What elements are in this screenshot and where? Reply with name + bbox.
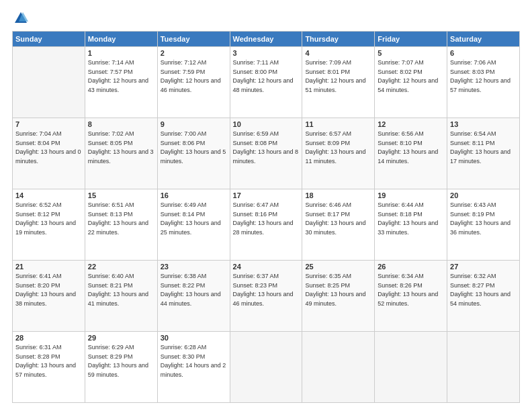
calendar-cell: 29Sunrise: 6:29 AMSunset: 8:29 PMDayligh… <box>85 332 157 403</box>
day-info: Sunrise: 6:31 AMSunset: 8:28 PMDaylight:… <box>15 343 82 379</box>
header <box>12 11 520 26</box>
day-info: Sunrise: 6:46 AMSunset: 8:17 PMDaylight:… <box>305 201 371 237</box>
day-info: Sunrise: 6:40 AMSunset: 8:21 PMDaylight:… <box>88 272 154 308</box>
day-info: Sunrise: 7:12 AMSunset: 7:59 PMDaylight:… <box>161 58 227 95</box>
day-info: Sunrise: 6:54 AMSunset: 8:11 PMDaylight:… <box>450 130 517 166</box>
calendar-cell: 27Sunrise: 6:32 AMSunset: 8:27 PMDayligh… <box>447 261 520 332</box>
day-number: 10 <box>233 120 300 128</box>
calendar-day-header: Thursday <box>302 32 375 47</box>
day-info: Sunrise: 6:32 AMSunset: 8:27 PMDaylight:… <box>450 272 517 308</box>
calendar-cell: 6Sunrise: 7:06 AMSunset: 8:03 PMDaylight… <box>447 47 520 118</box>
day-info: Sunrise: 6:38 AMSunset: 8:22 PMDaylight:… <box>161 272 227 308</box>
day-number: 25 <box>305 263 371 271</box>
day-number: 24 <box>233 263 300 271</box>
day-info: Sunrise: 6:57 AMSunset: 8:09 PMDaylight:… <box>305 130 371 166</box>
calendar-cell <box>13 47 85 118</box>
calendar-cell: 18Sunrise: 6:46 AMSunset: 8:17 PMDayligh… <box>302 189 375 261</box>
day-info: Sunrise: 6:29 AMSunset: 8:29 PMDaylight:… <box>88 343 154 379</box>
calendar-cell: 16Sunrise: 6:49 AMSunset: 8:14 PMDayligh… <box>157 189 230 261</box>
day-info: Sunrise: 6:35 AMSunset: 8:25 PMDaylight:… <box>305 272 371 308</box>
day-number: 15 <box>88 191 154 199</box>
calendar-cell: 2Sunrise: 7:12 AMSunset: 7:59 PMDaylight… <box>157 47 230 118</box>
day-number: 22 <box>88 263 154 271</box>
calendar-cell: 19Sunrise: 6:44 AMSunset: 8:18 PMDayligh… <box>375 189 447 261</box>
day-info: Sunrise: 6:51 AMSunset: 8:13 PMDaylight:… <box>88 201 154 237</box>
calendar-cell: 20Sunrise: 6:43 AMSunset: 8:19 PMDayligh… <box>447 189 520 261</box>
calendar-cell: 3Sunrise: 7:11 AMSunset: 8:00 PMDaylight… <box>230 47 302 118</box>
calendar-cell: 14Sunrise: 6:52 AMSunset: 8:12 PMDayligh… <box>13 189 85 261</box>
day-info: Sunrise: 7:06 AMSunset: 8:03 PMDaylight:… <box>450 58 517 95</box>
calendar-cell: 25Sunrise: 6:35 AMSunset: 8:25 PMDayligh… <box>302 261 375 332</box>
calendar-day-header: Monday <box>85 32 157 47</box>
day-number: 26 <box>378 263 444 271</box>
day-number: 19 <box>378 191 444 199</box>
day-number: 3 <box>233 49 300 57</box>
day-info: Sunrise: 6:44 AMSunset: 8:18 PMDaylight:… <box>378 201 444 237</box>
day-number: 18 <box>305 191 371 199</box>
day-number: 21 <box>15 263 82 271</box>
calendar-day-header: Wednesday <box>230 32 302 47</box>
calendar-day-header: Friday <box>375 32 447 47</box>
day-info: Sunrise: 6:49 AMSunset: 8:14 PMDaylight:… <box>161 201 227 237</box>
day-info: Sunrise: 6:56 AMSunset: 8:10 PMDaylight:… <box>378 130 444 166</box>
day-number: 30 <box>161 334 227 342</box>
page: SundayMondayTuesdayWednesdayThursdayFrid… <box>0 0 532 411</box>
day-number: 13 <box>450 120 517 128</box>
calendar-cell: 28Sunrise: 6:31 AMSunset: 8:28 PMDayligh… <box>13 332 85 403</box>
calendar-cell: 22Sunrise: 6:40 AMSunset: 8:21 PMDayligh… <box>85 261 157 332</box>
day-number: 29 <box>88 334 154 342</box>
day-info: Sunrise: 7:09 AMSunset: 8:01 PMDaylight:… <box>305 58 371 95</box>
day-info: Sunrise: 6:52 AMSunset: 8:12 PMDaylight:… <box>15 201 82 237</box>
day-info: Sunrise: 6:47 AMSunset: 8:16 PMDaylight:… <box>233 201 300 237</box>
calendar-cell: 8Sunrise: 7:02 AMSunset: 8:05 PMDaylight… <box>85 118 157 189</box>
day-info: Sunrise: 6:41 AMSunset: 8:20 PMDaylight:… <box>15 272 82 308</box>
calendar-cell: 30Sunrise: 6:28 AMSunset: 8:30 PMDayligh… <box>157 332 230 403</box>
day-number: 14 <box>15 191 82 199</box>
day-number: 12 <box>378 120 444 128</box>
calendar-cell: 5Sunrise: 7:07 AMSunset: 8:02 PMDaylight… <box>375 47 447 118</box>
day-info: Sunrise: 6:34 AMSunset: 8:26 PMDaylight:… <box>378 272 444 308</box>
calendar-cell: 12Sunrise: 6:56 AMSunset: 8:10 PMDayligh… <box>375 118 447 189</box>
calendar-cell: 23Sunrise: 6:38 AMSunset: 8:22 PMDayligh… <box>157 261 230 332</box>
calendar-cell: 13Sunrise: 6:54 AMSunset: 8:11 PMDayligh… <box>447 118 520 189</box>
calendar-cell <box>447 332 520 403</box>
day-number: 16 <box>161 191 227 199</box>
calendar-cell: 1Sunrise: 7:14 AMSunset: 7:57 PMDaylight… <box>85 47 157 118</box>
day-number: 23 <box>161 263 227 271</box>
day-info: Sunrise: 7:11 AMSunset: 8:00 PMDaylight:… <box>233 58 300 95</box>
day-number: 28 <box>15 334 82 342</box>
calendar-cell <box>375 332 447 403</box>
day-number: 6 <box>450 49 517 57</box>
calendar-day-header: Saturday <box>447 32 520 47</box>
calendar-day-header: Tuesday <box>157 32 230 47</box>
calendar-day-header: Sunday <box>13 32 85 47</box>
calendar-cell: 4Sunrise: 7:09 AMSunset: 8:01 PMDaylight… <box>302 47 375 118</box>
day-number: 4 <box>305 49 371 57</box>
day-number: 1 <box>88 49 154 57</box>
day-number: 9 <box>161 120 227 128</box>
day-info: Sunrise: 7:14 AMSunset: 7:57 PMDaylight:… <box>88 58 154 95</box>
logo <box>12 11 28 26</box>
day-number: 7 <box>15 120 82 128</box>
day-number: 20 <box>450 191 517 199</box>
day-info: Sunrise: 7:02 AMSunset: 8:05 PMDaylight:… <box>88 130 154 166</box>
day-number: 2 <box>161 49 227 57</box>
day-info: Sunrise: 6:59 AMSunset: 8:08 PMDaylight:… <box>233 130 300 166</box>
calendar-week-row: 7Sunrise: 7:04 AMSunset: 8:04 PMDaylight… <box>13 118 520 189</box>
calendar-week-row: 14Sunrise: 6:52 AMSunset: 8:12 PMDayligh… <box>13 189 520 261</box>
calendar-week-row: 1Sunrise: 7:14 AMSunset: 7:57 PMDaylight… <box>13 47 520 118</box>
calendar-week-row: 21Sunrise: 6:41 AMSunset: 8:20 PMDayligh… <box>13 261 520 332</box>
day-info: Sunrise: 6:28 AMSunset: 8:30 PMDaylight:… <box>161 343 227 379</box>
calendar-cell: 9Sunrise: 7:00 AMSunset: 8:06 PMDaylight… <box>157 118 230 189</box>
day-number: 8 <box>88 120 154 128</box>
calendar-table: SundayMondayTuesdayWednesdayThursdayFrid… <box>12 31 520 403</box>
calendar-cell <box>230 332 302 403</box>
day-info: Sunrise: 6:43 AMSunset: 8:19 PMDaylight:… <box>450 201 517 237</box>
calendar-cell: 11Sunrise: 6:57 AMSunset: 8:09 PMDayligh… <box>302 118 375 189</box>
calendar-cell: 21Sunrise: 6:41 AMSunset: 8:20 PMDayligh… <box>13 261 85 332</box>
calendar-header-row: SundayMondayTuesdayWednesdayThursdayFrid… <box>13 32 520 47</box>
calendar-cell: 26Sunrise: 6:34 AMSunset: 8:26 PMDayligh… <box>375 261 447 332</box>
day-number: 17 <box>233 191 300 199</box>
calendar-cell: 17Sunrise: 6:47 AMSunset: 8:16 PMDayligh… <box>230 189 302 261</box>
logo-icon <box>13 11 28 26</box>
